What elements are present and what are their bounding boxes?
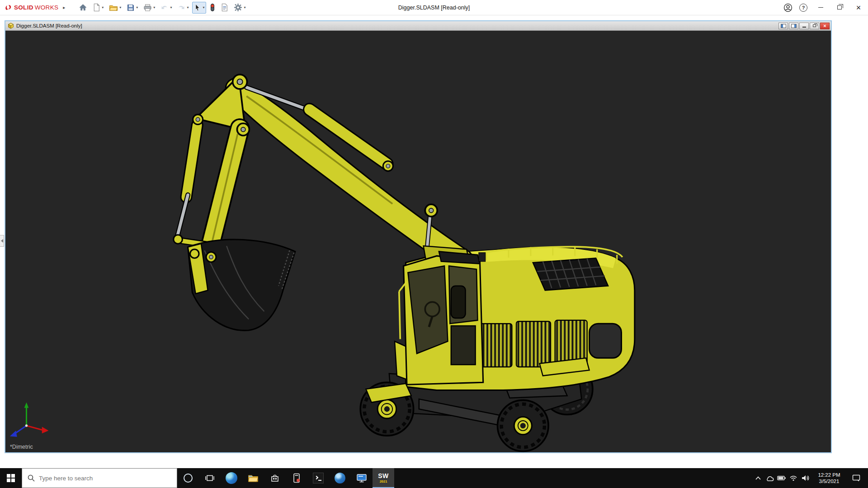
battery-icon: [777, 475, 786, 481]
standard-toolbar: ▾ ▾ ▾: [77, 2, 247, 14]
select-caret[interactable]: ▾: [203, 5, 204, 9]
doc-close-button[interactable]: ×: [820, 23, 830, 29]
help-glyph: ?: [802, 5, 805, 10]
open-button[interactable]: ▾: [107, 2, 123, 14]
open-caret[interactable]: ▾: [119, 5, 121, 9]
save-caret[interactable]: ▾: [136, 5, 138, 9]
pane-layout-left-button[interactable]: [778, 23, 788, 29]
file-properties-button[interactable]: [219, 2, 230, 14]
excavator-model[interactable]: [5, 31, 831, 452]
options-gear-icon: [234, 3, 242, 12]
new-document-button[interactable]: ▾: [91, 2, 105, 14]
solidworks-app-button[interactable]: SW 2021: [373, 468, 394, 488]
front-right-wheel[interactable]: [498, 400, 549, 451]
app-close-button[interactable]: ×: [849, 0, 868, 15]
print-caret[interactable]: ▾: [153, 5, 155, 9]
pinned-app-button-1[interactable]: [286, 468, 307, 488]
doc-restore-button[interactable]: [810, 23, 819, 29]
document-titlebar[interactable]: Digger.SLDASM [Read-only] ×: [5, 21, 831, 31]
brand-name-light: WORKS: [35, 4, 59, 11]
action-center-button[interactable]: [847, 468, 865, 488]
volume-button[interactable]: [799, 468, 811, 488]
store-button[interactable]: [264, 468, 286, 488]
help-icon: ?: [799, 4, 807, 12]
pinned-app-button-2[interactable]: [329, 468, 351, 488]
pane-layout-left-icon: [781, 24, 786, 28]
save-button[interactable]: ▾: [125, 2, 140, 14]
pinned-app-icon-1: [292, 473, 301, 483]
display-app-button[interactable]: [351, 468, 373, 488]
start-button[interactable]: [0, 468, 22, 488]
assembly-document-icon: [8, 23, 14, 29]
screen: SOLIDWORKS ▸ ▾ ▾: [0, 0, 868, 488]
taskbar: SW 2021: [0, 468, 868, 488]
undo-icon: [160, 4, 169, 11]
store-bag-icon: [270, 474, 279, 483]
cortana-icon: [184, 474, 193, 483]
redo-caret[interactable]: ▾: [187, 5, 189, 9]
cortana-button[interactable]: [177, 468, 199, 488]
new-document-icon: [93, 3, 100, 12]
hidden-icons-button[interactable]: [752, 468, 764, 488]
select-button[interactable]: ▾: [192, 2, 206, 14]
cab[interactable]: [395, 252, 486, 385]
action-center-icon: [852, 474, 860, 482]
pane-layout-right-icon: [791, 24, 797, 28]
account-button[interactable]: [780, 0, 796, 15]
windows-start-icon: [7, 474, 15, 482]
wifi-icon: [789, 475, 797, 481]
document-window-buttons: ×: [778, 23, 830, 29]
brand-name-bold: SOLID: [14, 4, 33, 11]
new-document-caret[interactable]: ▾: [102, 5, 104, 9]
options-button[interactable]: ▾: [232, 2, 247, 14]
minimize-icon: [818, 7, 823, 8]
taskbar-search[interactable]: [22, 468, 177, 488]
network-button[interactable]: [788, 468, 799, 488]
onedrive-button[interactable]: [764, 468, 776, 488]
select-cursor-icon: [194, 4, 201, 12]
viewport-3d[interactable]: *Dimetric: [5, 31, 831, 452]
pane-layout-right-button[interactable]: [789, 23, 798, 29]
help-button[interactable]: ?: [796, 0, 811, 15]
collapsed-panel-tab[interactable]: [0, 235, 4, 247]
file-explorer-button[interactable]: [242, 468, 264, 488]
pinned-app-icon-2: [335, 473, 345, 483]
doc-minimize-button[interactable]: [799, 23, 809, 29]
taskbar-clock[interactable]: 12:22 PM 3/5/2021: [811, 472, 847, 484]
restore-icon: [837, 5, 842, 9]
bucket[interactable]: [174, 235, 295, 331]
battery-button[interactable]: [776, 468, 788, 488]
options-caret[interactable]: ▾: [244, 5, 245, 9]
undo-caret[interactable]: ▾: [170, 5, 172, 9]
rebuild-stoplight-icon: [210, 3, 215, 12]
app-minimize-button[interactable]: [811, 0, 830, 15]
terminal-icon: [313, 473, 324, 483]
cloud-icon: [765, 475, 774, 482]
file-properties-icon: [221, 3, 228, 12]
open-folder-icon: [109, 4, 118, 12]
account-icon: [783, 3, 793, 12]
terminal-button[interactable]: [307, 468, 329, 488]
save-icon: [127, 4, 135, 12]
search-input[interactable]: [39, 475, 152, 482]
home-button[interactable]: [77, 2, 89, 14]
document-title: Digger.SLDASM [Read-only]: [16, 23, 82, 28]
redo-button[interactable]: ▾: [175, 2, 190, 14]
app-title: Digger.SLDASM [Read-only]: [398, 0, 470, 15]
app-restore-button[interactable]: [830, 0, 849, 15]
rebuild-button[interactable]: [208, 2, 217, 14]
solidworks-logo-icon: [5, 4, 13, 12]
speaker-icon: [801, 474, 809, 482]
search-icon: [28, 474, 35, 482]
menu-expand-arrow[interactable]: ▸: [63, 5, 65, 10]
task-view-button[interactable]: [199, 468, 221, 488]
close-icon: ×: [856, 4, 861, 12]
view-orientation-label: *Dimetric: [10, 444, 33, 450]
undo-button[interactable]: ▾: [159, 2, 174, 14]
edge-button[interactable]: [221, 468, 242, 488]
file-explorer-icon: [248, 474, 259, 483]
app-titlebar[interactable]: SOLIDWORKS ▸ ▾ ▾: [0, 0, 868, 15]
solidworks-app-icon: SW 2021: [378, 473, 389, 483]
print-button[interactable]: ▾: [142, 2, 157, 14]
doc-minimize-icon: [802, 27, 806, 28]
